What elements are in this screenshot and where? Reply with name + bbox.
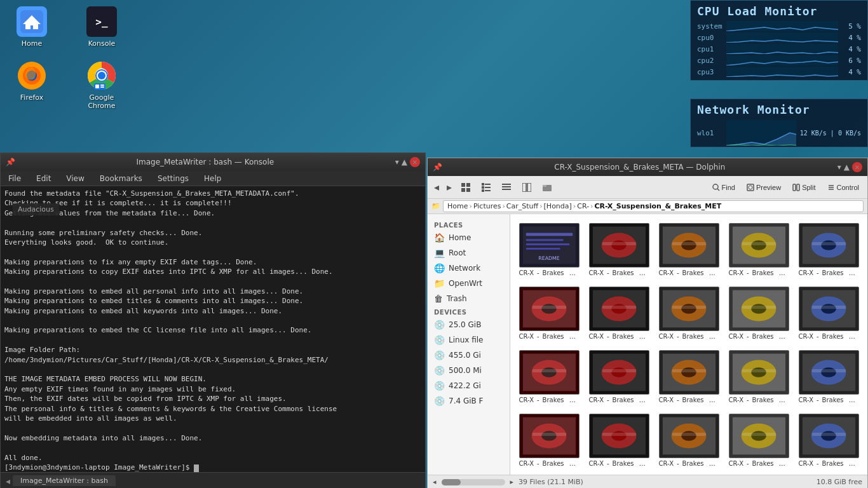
breadcrumb-home[interactable]: Home (447, 202, 468, 210)
nav-forward-button[interactable]: ▸ (444, 180, 454, 194)
sidebar-device-6[interactable]: 💿 7.4 GiB F (428, 393, 510, 409)
statusbar-nav-left[interactable]: ◂ (433, 478, 437, 486)
file-item[interactable]: CR-X_-_Brakes_ 14.jpg (795, 346, 862, 407)
konsole-dropdown-icon[interactable]: ▾ (395, 158, 399, 166)
svg-rect-50 (602, 242, 636, 245)
audacious-label: Audacious (18, 205, 54, 214)
file-item[interactable]: CR-X_-_Brakes_ 10.jpg (515, 346, 583, 407)
preview-button[interactable]: Preview (742, 181, 785, 194)
konsole-menu-edit[interactable]: Edit (34, 173, 53, 184)
file-item[interactable]: CR-X_-_Brakes_ 18.jpg (725, 410, 792, 471)
network-sidebar-icon: 🌐 (434, 263, 445, 273)
sidebar-device-1[interactable]: 💿 25.0 GiB (428, 317, 510, 332)
file-item[interactable]: CR-X_-_Brakes_ 06.jpg (585, 283, 653, 344)
svg-rect-18 (485, 184, 491, 185)
file-item[interactable]: CR-X_-_Brakes_ 02.jpg (655, 219, 722, 280)
control-button[interactable]: Control (823, 181, 864, 194)
cpu1-percent: 4 % (842, 45, 861, 53)
svg-rect-105 (672, 369, 706, 372)
konsole-content[interactable]: Found the metadata file "CR-X_Suspension… (1, 186, 425, 472)
konsole-minimize-icon[interactable]: ▲ (402, 158, 407, 166)
cpu0-label: cpu0 (697, 34, 722, 42)
statusbar-nav-right[interactable]: ▸ (510, 478, 514, 486)
dolphin-main-area[interactable]: README CR-X_-_Brakes_ 00_READ_ME.png CR-… (510, 214, 867, 475)
file-item[interactable]: CR-X_-_Brakes_ 15.jpg (515, 410, 583, 471)
sidebar-item-root[interactable]: 💻 Root (428, 245, 510, 261)
file-item[interactable]: CR-X_-_Brakes_ 19.jpg (795, 410, 862, 471)
file-name-label: CR-X_-_Brakes_ 09.jpg (799, 333, 859, 340)
view-icons-button[interactable] (457, 180, 475, 194)
file-grid: README CR-X_-_Brakes_ 00_READ_ME.png CR-… (513, 217, 865, 473)
file-thumbnail (729, 350, 789, 395)
konsole-close-button[interactable]: ✕ (410, 157, 420, 167)
sidebar-item-network[interactable]: 🌐 Network (428, 261, 510, 276)
file-item[interactable]: CR-X_-_Brakes_ 01.jpg (585, 219, 653, 280)
file-item[interactable]: CR-X_-_Brakes_ 07.jpg (655, 283, 722, 344)
dolphin-window: 📌 CR-X_Suspension_&_Brakes_META — Dolphi… (427, 158, 868, 488)
konsole-menu-view[interactable]: View (64, 173, 86, 184)
sidebar-device-3[interactable]: 💿 455.0 Gi (428, 348, 510, 363)
file-item[interactable]: CR-X_-_Brakes_ 08.jpg (725, 283, 792, 344)
desktop-icon-chrome[interactable]: Google Chrome (76, 60, 127, 110)
svg-rect-43 (526, 243, 569, 245)
view-folder-button[interactable] (538, 180, 556, 194)
svg-rect-65 (811, 242, 846, 245)
sidebar-device-2[interactable]: 💿 Linux file (428, 332, 510, 348)
konsole-window: 📌 Image_MetaWriter : bash — Konsole ▾ ▲ … (0, 152, 426, 488)
sidebar-item-home[interactable]: 🏠 Home (428, 230, 510, 245)
file-item[interactable]: CR-X_-_Brakes_ 09.jpg (795, 283, 862, 344)
svg-rect-44 (526, 248, 560, 250)
desktop-icon-firefox[interactable]: Firefox (6, 60, 57, 110)
file-item[interactable]: CR-X_-_Brakes_ 11.jpg (585, 346, 653, 407)
file-item[interactable]: CR-X_-_Brakes_ 03.jpg (725, 219, 792, 280)
file-item[interactable]: CR-X_-_Brakes_ 04.jpg (795, 219, 862, 280)
view-details-button[interactable] (498, 180, 515, 194)
file-item[interactable]: README CR-X_-_Brakes_ 00_READ_ME.png (515, 219, 583, 280)
file-item[interactable]: CR-X_-_Brakes_ 17.jpg (655, 410, 722, 471)
cpu-system-percent: 5 % (842, 22, 861, 30)
breadcrumb-crx[interactable]: CR- (577, 202, 589, 210)
file-item[interactable]: CR-X_-_Brakes_ 05.jpg (515, 283, 583, 344)
sidebar-device-4[interactable]: 💿 500.0 Mi (428, 363, 510, 378)
find-button[interactable]: Find (708, 181, 740, 194)
konsole-tab-prev[interactable]: ◂ (6, 476, 10, 486)
nav-back-button[interactable]: ◂ (431, 180, 442, 194)
dolphin-sidebar: Places 🏠 Home 💻 Root 🌐 Network 📁 OpenWrt… (428, 214, 510, 475)
breadcrumb[interactable]: Home › Pictures › Car_Stuff › [Honda] › … (443, 200, 864, 212)
konsole-menu-help[interactable]: Help (201, 173, 224, 184)
statusbar-scrollbar[interactable] (442, 479, 505, 485)
dolphin-dropdown-icon[interactable]: ▾ (837, 163, 841, 172)
file-thumbnail (729, 223, 789, 268)
dolphin-pin-icon[interactable]: 📌 (433, 163, 442, 172)
breadcrumb-pictures[interactable]: Pictures (473, 202, 501, 210)
konsole-menu-bookmarks[interactable]: Bookmarks (97, 173, 145, 184)
konsole-menu-settings[interactable]: Settings (155, 173, 191, 184)
dolphin-close-button[interactable]: ✕ (852, 162, 862, 172)
breadcrumb-honda[interactable]: [Honda] (544, 202, 572, 210)
file-item[interactable]: CR-X_-_Brakes_ 12.jpg (655, 346, 722, 407)
svg-rect-95 (532, 369, 566, 372)
svg-rect-140 (811, 433, 846, 436)
split-button[interactable]: Split (788, 181, 820, 194)
svg-rect-11 (100, 85, 104, 86)
sidebar-item-trash[interactable]: 🗑 Trash (428, 291, 510, 306)
breadcrumb-carstuff[interactable]: Car_Stuff (506, 202, 538, 210)
file-item[interactable]: CR-X_-_Brakes_ 13.jpg (725, 346, 792, 407)
device3-label: 455.0 Gi (449, 351, 481, 360)
desktop-icon-konsole[interactable]: >_ Konsole (76, 6, 127, 48)
view-compact-button[interactable] (477, 180, 495, 194)
sidebar-item-openwrt[interactable]: 📁 OpenWrt (428, 276, 510, 291)
file-item[interactable]: CR-X_-_Brakes_ 16.jpg (585, 410, 653, 471)
svg-rect-13 (461, 183, 465, 187)
konsole-menu-file[interactable]: File (6, 173, 24, 184)
sidebar-device-5[interactable]: 💿 422.2 Gi (428, 378, 510, 393)
cpu-row-1: cpu1 4 % (691, 43, 867, 55)
konsole-tab-1[interactable]: Image_MetaWriter : bash (13, 475, 116, 486)
dolphin-minimize-icon[interactable]: ▲ (844, 163, 850, 172)
view-split-preview-button[interactable] (518, 180, 536, 194)
konsole-pin-icon[interactable]: 📌 (6, 158, 15, 166)
sidebar-root-label: Root (449, 248, 466, 257)
desktop-icon-home[interactable]: Home (6, 6, 57, 48)
file-thumbnail (659, 287, 719, 331)
cpu0-percent: 4 % (842, 34, 861, 42)
